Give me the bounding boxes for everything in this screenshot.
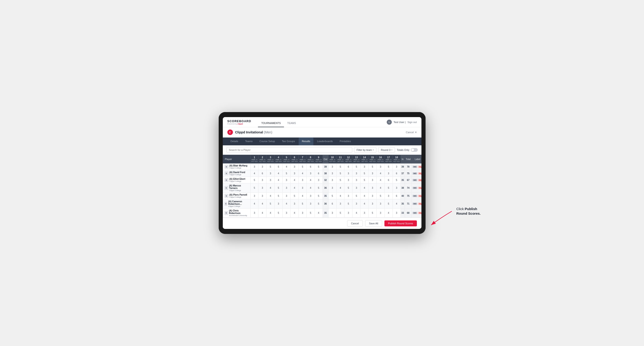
score-cell[interactable]: 3 <box>266 177 274 183</box>
in-score-cell[interactable]: 3 <box>352 199 360 208</box>
score-cell[interactable]: 3 <box>282 193 290 199</box>
score-cell[interactable]: 3 <box>258 193 266 199</box>
in-score-cell[interactable]: 3 <box>368 193 376 199</box>
in-score-cell[interactable]: 3 <box>328 208 336 218</box>
score-cell[interactable]: 5 <box>314 164 322 170</box>
in-score-cell[interactable]: 3 <box>344 193 352 199</box>
in-score-cell[interactable]: 5 <box>376 193 384 199</box>
score-cell[interactable]: 3 <box>306 199 314 208</box>
in-score-cell[interactable]: 5 <box>344 183 352 193</box>
dq-badge[interactable]: DQ <box>418 195 421 197</box>
score-cell[interactable]: 4 <box>266 183 274 193</box>
wd-badge[interactable]: WD <box>412 172 417 175</box>
score-cell[interactable]: 3 <box>290 170 298 177</box>
score-cell[interactable]: 4 <box>290 183 298 193</box>
in-score-cell[interactable]: 3 <box>376 208 384 218</box>
score-cell[interactable]: 5 <box>314 199 322 208</box>
score-cell[interactable]: 4 <box>314 208 322 218</box>
in-score-cell[interactable]: 6 <box>384 177 392 183</box>
score-cell[interactable]: 5 <box>266 199 274 208</box>
cancel-button[interactable]: Cancel <box>347 220 363 227</box>
in-score-cell[interactable]: 4 <box>376 170 384 177</box>
tab-printables[interactable]: Printables <box>336 138 354 145</box>
tab-course-setup[interactable]: Course Setup <box>256 138 278 145</box>
dq-badge[interactable]: DQ <box>418 212 421 214</box>
in-score-cell[interactable]: 3 <box>352 170 360 177</box>
in-score-cell[interactable]: 3 <box>328 183 336 193</box>
score-cell[interactable]: 5 <box>266 164 274 170</box>
sign-out-link[interactable]: Sign out <box>408 121 416 124</box>
in-score-cell[interactable]: 3 <box>368 177 376 183</box>
tab-teams[interactable]: Teams <box>242 138 256 145</box>
score-cell[interactable]: 4 <box>266 208 274 218</box>
score-cell[interactable]: 5 <box>298 164 306 170</box>
in-score-cell[interactable]: 4 <box>360 193 368 199</box>
in-score-cell[interactable]: 5 <box>336 177 344 183</box>
in-score-cell[interactable]: 5 <box>384 164 392 170</box>
in-score-cell[interactable]: 3 <box>328 177 336 183</box>
filter-team-dropdown[interactable]: Filter by team ▾ <box>354 147 376 153</box>
in-score-cell[interactable]: 3 <box>328 164 336 170</box>
score-cell[interactable]: 4 <box>298 170 306 177</box>
in-score-cell[interactable]: 5 <box>368 208 376 218</box>
score-cell[interactable]: 5 <box>290 193 298 199</box>
in-score-cell[interactable]: 6 <box>392 193 400 199</box>
score-cell[interactable]: 5 <box>298 199 306 208</box>
in-score-cell[interactable]: 5 <box>328 193 336 199</box>
wd-badge[interactable]: WD <box>412 195 417 197</box>
in-score-cell[interactable]: 5 <box>360 177 368 183</box>
in-score-cell[interactable]: 5 <box>336 164 344 170</box>
in-score-cell[interactable]: 3 <box>344 177 352 183</box>
score-cell[interactable]: 3 <box>298 208 306 218</box>
dq-badge[interactable]: DQ <box>418 187 421 189</box>
score-cell[interactable]: 3 <box>258 183 266 193</box>
in-score-cell[interactable]: 3 <box>368 170 376 177</box>
score-cell[interactable]: 3 <box>250 193 258 199</box>
score-cell[interactable]: 3 <box>250 208 258 218</box>
score-cell[interactable]: 4 <box>274 177 282 183</box>
wd-badge[interactable]: WD <box>412 212 417 214</box>
score-cell[interactable]: 5 <box>314 183 322 193</box>
tab-tee-groups[interactable]: Tee Groups <box>279 138 298 145</box>
in-score-cell[interactable]: 3 <box>384 193 392 199</box>
in-score-cell[interactable]: 5 <box>360 170 368 177</box>
score-cell[interactable]: 4 <box>282 164 290 170</box>
in-score-cell[interactable]: 6 <box>328 199 336 208</box>
in-score-cell[interactable]: 3 <box>344 170 352 177</box>
save-all-button[interactable]: Save All <box>365 220 382 227</box>
score-cell[interactable]: 5 <box>274 164 282 170</box>
in-score-cell[interactable]: 6 <box>344 164 352 170</box>
in-score-cell[interactable]: 5 <box>384 199 392 208</box>
publish-round-scores-button[interactable]: Publish Round Scores <box>384 220 417 226</box>
score-cell[interactable]: 5 <box>306 208 314 218</box>
score-cell[interactable]: 3 <box>282 177 290 183</box>
dq-badge[interactable]: DQ <box>418 166 421 168</box>
score-cell[interactable]: 5 <box>274 183 282 193</box>
in-score-cell[interactable]: 5 <box>344 199 352 208</box>
in-score-cell[interactable]: 4 <box>376 177 384 183</box>
search-input[interactable] <box>226 147 352 153</box>
score-cell[interactable]: 5 <box>250 177 258 183</box>
score-cell[interactable]: 3 <box>258 164 266 170</box>
dq-badge[interactable]: DQ <box>418 202 421 205</box>
score-cell[interactable]: 5 <box>314 193 322 199</box>
score-cell[interactable]: 4 <box>274 170 282 177</box>
score-cell[interactable]: 4 <box>250 170 258 177</box>
score-cell[interactable]: 3 <box>290 164 298 170</box>
score-cell[interactable]: 3 <box>266 170 274 177</box>
in-score-cell[interactable]: 3 <box>352 177 360 183</box>
wd-badge[interactable]: WD <box>412 166 417 168</box>
in-score-cell[interactable]: 3 <box>392 164 400 170</box>
round-dropdown[interactable]: Round 3 ▾ <box>378 147 395 153</box>
wd-badge[interactable]: WD <box>412 179 417 181</box>
in-score-cell[interactable]: 4 <box>360 183 368 193</box>
in-score-cell[interactable]: 3 <box>384 170 392 177</box>
in-score-cell[interactable]: 3 <box>344 208 352 218</box>
tournament-cancel[interactable]: Cancel ✕ <box>406 131 416 134</box>
score-cell[interactable]: 4 <box>258 208 266 218</box>
score-cell[interactable]: 3 <box>306 193 314 199</box>
in-score-cell[interactable]: 3 <box>352 183 360 193</box>
in-score-cell[interactable]: 5 <box>384 183 392 193</box>
score-cell[interactable]: 6 <box>258 170 266 177</box>
wd-badge[interactable]: WD <box>412 187 417 189</box>
